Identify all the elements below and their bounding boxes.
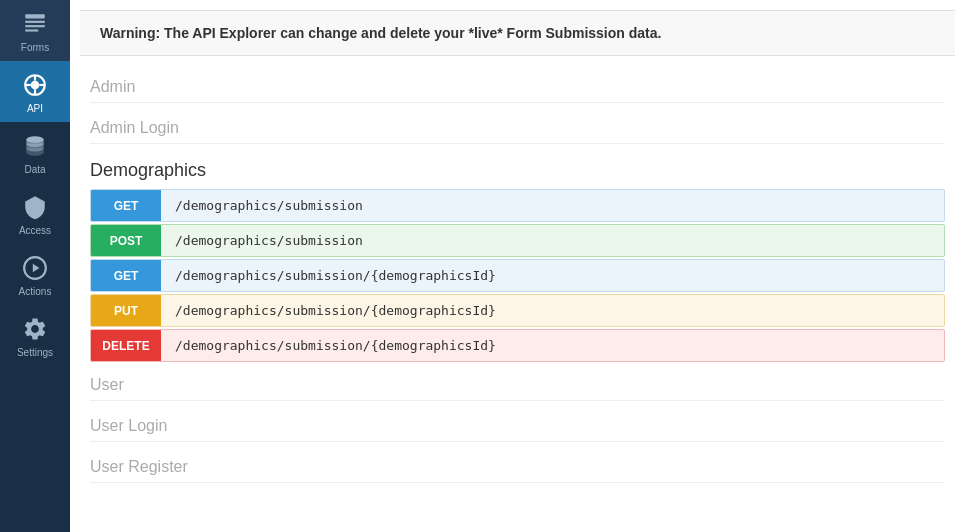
method-badge-put-1: PUT (91, 295, 161, 326)
svg-rect-3 (25, 29, 38, 31)
data-label: Data (24, 164, 45, 175)
settings-icon (21, 315, 49, 343)
sidebar-item-actions[interactable]: Actions (0, 244, 70, 305)
api-endpoint-get-submission[interactable]: GET /demographics/submission (90, 189, 945, 222)
section-admin: Admin (90, 66, 945, 103)
svg-rect-1 (25, 21, 45, 23)
api-path-delete-1: /demographics/submission/{demographicsId… (161, 330, 510, 361)
forms-icon (21, 10, 49, 38)
warning-banner: Warning: The API Explorer can change and… (80, 10, 955, 56)
section-user-register: User Register (90, 446, 945, 483)
access-icon (21, 193, 49, 221)
settings-label: Settings (17, 347, 53, 358)
section-admin-login: Admin Login (90, 107, 945, 144)
actions-icon (21, 254, 49, 282)
sidebar: Forms API Data (0, 0, 70, 532)
sidebar-item-forms[interactable]: Forms (0, 0, 70, 61)
method-badge-get-2: GET (91, 260, 161, 291)
svg-rect-0 (25, 14, 45, 18)
api-label: API (27, 103, 43, 114)
method-badge-get-1: GET (91, 190, 161, 221)
sidebar-item-settings[interactable]: Settings (0, 305, 70, 366)
api-endpoint-get-submission-id[interactable]: GET /demographics/submission/{demographi… (90, 259, 945, 292)
demographics-endpoints: GET /demographics/submission POST /demog… (90, 189, 945, 362)
svg-rect-2 (25, 25, 45, 27)
svg-point-5 (31, 81, 40, 90)
actions-label: Actions (19, 286, 52, 297)
api-path-get-1: /demographics/submission (161, 190, 377, 221)
api-endpoint-delete-submission-id[interactable]: DELETE /demographics/submission/{demogra… (90, 329, 945, 362)
api-endpoint-post-submission[interactable]: POST /demographics/submission (90, 224, 945, 257)
data-icon (21, 132, 49, 160)
method-badge-post-1: POST (91, 225, 161, 256)
method-badge-delete-1: DELETE (91, 330, 161, 361)
main-content: Warning: The API Explorer can change and… (70, 0, 965, 532)
sidebar-item-access[interactable]: Access (0, 183, 70, 244)
demographics-title: Demographics (90, 148, 945, 189)
section-user: User (90, 364, 945, 401)
api-path-put-1: /demographics/submission/{demographicsId… (161, 295, 510, 326)
content-area: Admin Admin Login Demographics GET /demo… (70, 56, 965, 507)
sidebar-item-data[interactable]: Data (0, 122, 70, 183)
api-path-get-2: /demographics/submission/{demographicsId… (161, 260, 510, 291)
sidebar-item-api[interactable]: API (0, 61, 70, 122)
svg-marker-12 (33, 264, 40, 273)
access-label: Access (19, 225, 51, 236)
section-user-login: User Login (90, 405, 945, 442)
api-endpoint-put-submission-id[interactable]: PUT /demographics/submission/{demographi… (90, 294, 945, 327)
forms-label: Forms (21, 42, 49, 53)
api-path-post-1: /demographics/submission (161, 225, 377, 256)
api-icon (21, 71, 49, 99)
warning-text: Warning: The API Explorer can change and… (100, 25, 661, 41)
